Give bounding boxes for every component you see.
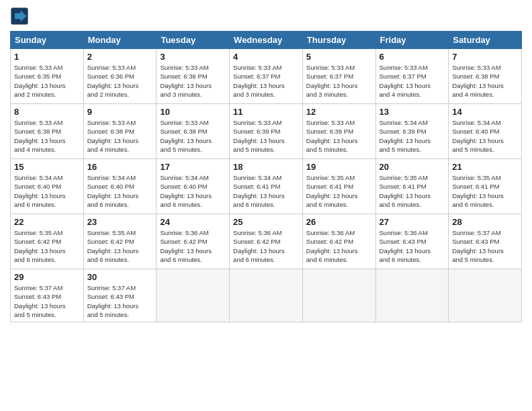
logo-icon (10, 7, 29, 26)
cell-line: Daylight: 13 hours (14, 81, 80, 90)
cell-line: Sunset: 6:35 PM (14, 72, 80, 81)
cell-line: Daylight: 13 hours (233, 81, 299, 90)
cell-line: Sunrise: 5:33 AM (380, 63, 445, 72)
cell-content: Sunrise: 5:35 AMSunset: 6:41 PMDaylight:… (380, 173, 445, 209)
cell-content: Sunrise: 5:33 AMSunset: 6:37 PMDaylight:… (306, 63, 372, 99)
calendar-cell: 15Sunrise: 5:34 AMSunset: 6:40 PMDayligh… (11, 159, 84, 214)
weekday-header-saturday: Saturday (449, 32, 522, 49)
week-row-4: 22Sunrise: 5:35 AMSunset: 6:42 PMDayligh… (11, 214, 522, 269)
calendar-cell: 9Sunrise: 5:33 AMSunset: 6:38 PMDaylight… (83, 104, 157, 159)
cell-line: Sunrise: 5:34 AM (380, 118, 445, 127)
cell-line: Daylight: 13 hours (380, 191, 445, 200)
cell-line: Daylight: 13 hours (14, 246, 80, 255)
calendar-cell: 21Sunrise: 5:35 AMSunset: 6:41 PMDayligh… (449, 159, 522, 214)
calendar-cell (230, 269, 303, 322)
cell-line: Daylight: 13 hours (14, 191, 80, 200)
cell-content: Sunrise: 5:35 AMSunset: 6:41 PMDaylight:… (306, 173, 372, 209)
calendar-cell (157, 269, 230, 322)
calendar-cell: 22Sunrise: 5:35 AMSunset: 6:42 PMDayligh… (11, 214, 84, 269)
day-number: 4 (233, 52, 299, 62)
cell-line: Sunset: 6:41 PM (233, 182, 299, 191)
cell-line: and 5 minutes. (87, 310, 153, 319)
day-number: 18 (233, 162, 299, 172)
cell-line: Sunset: 6:41 PM (380, 182, 445, 191)
cell-line: Daylight: 13 hours (160, 81, 226, 90)
cell-content: Sunrise: 5:34 AMSunset: 6:40 PMDaylight:… (452, 118, 518, 154)
cell-line: Sunrise: 5:33 AM (14, 63, 80, 72)
calendar-cell (375, 269, 449, 322)
cell-line: and 6 minutes. (14, 200, 80, 209)
cell-line: Daylight: 13 hours (87, 302, 153, 310)
cell-line: Sunrise: 5:33 AM (14, 118, 80, 127)
calendar-cell: 14Sunrise: 5:34 AMSunset: 6:40 PMDayligh… (449, 104, 522, 159)
calendar-cell: 26Sunrise: 5:36 AMSunset: 6:42 PMDayligh… (302, 214, 375, 269)
weekday-header-monday: Monday (83, 32, 157, 49)
day-number: 13 (380, 107, 445, 117)
cell-line: Sunrise: 5:33 AM (160, 118, 226, 127)
cell-line: and 6 minutes. (452, 200, 518, 209)
weekday-header-tuesday: Tuesday (157, 32, 230, 49)
cell-content: Sunrise: 5:33 AMSunset: 6:39 PMDaylight:… (306, 118, 372, 154)
day-number: 29 (14, 272, 80, 282)
cell-line: and 6 minutes. (160, 200, 226, 209)
cell-line: and 4 minutes. (14, 145, 80, 154)
day-number: 20 (380, 162, 445, 172)
cell-line: Sunrise: 5:33 AM (160, 63, 226, 72)
cell-line: Sunset: 6:37 PM (233, 72, 299, 81)
calendar-cell: 19Sunrise: 5:35 AMSunset: 6:41 PMDayligh… (302, 159, 375, 214)
week-row-1: 1Sunrise: 5:33 AMSunset: 6:35 PMDaylight… (11, 49, 522, 104)
cell-line: and 5 minutes. (452, 255, 518, 264)
cell-line: Sunrise: 5:34 AM (14, 173, 80, 182)
cell-line: Daylight: 13 hours (160, 191, 226, 200)
day-number: 3 (160, 52, 226, 62)
day-number: 7 (452, 52, 518, 62)
cell-line: and 2 minutes. (87, 90, 153, 99)
calendar-cell: 2Sunrise: 5:33 AMSunset: 6:36 PMDaylight… (83, 49, 157, 104)
cell-line: Sunset: 6:40 PM (87, 182, 153, 191)
day-number: 16 (87, 162, 153, 172)
weekday-header-sunday: Sunday (11, 32, 84, 49)
cell-line: Sunrise: 5:33 AM (306, 63, 372, 72)
cell-line: and 5 minutes. (233, 145, 299, 154)
cell-line: and 4 minutes. (87, 145, 153, 154)
cell-content: Sunrise: 5:35 AMSunset: 6:42 PMDaylight:… (87, 228, 153, 264)
cell-line: Sunrise: 5:36 AM (380, 228, 445, 237)
cell-line: and 5 minutes. (306, 145, 372, 154)
calendar-cell: 25Sunrise: 5:36 AMSunset: 6:42 PMDayligh… (230, 214, 303, 269)
calendar-cell: 24Sunrise: 5:36 AMSunset: 6:42 PMDayligh… (157, 214, 230, 269)
cell-content: Sunrise: 5:33 AMSunset: 6:37 PMDaylight:… (233, 63, 299, 99)
cell-line: Sunrise: 5:35 AM (306, 173, 372, 182)
cell-line: Sunset: 6:42 PM (87, 237, 153, 246)
cell-line: and 6 minutes. (233, 255, 299, 264)
cell-line: and 3 minutes. (160, 90, 226, 99)
cell-line: Daylight: 13 hours (233, 136, 299, 145)
cell-line: Sunrise: 5:34 AM (160, 173, 226, 182)
week-row-2: 8Sunrise: 5:33 AMSunset: 6:38 PMDaylight… (11, 104, 522, 159)
cell-line: and 5 minutes. (380, 145, 445, 154)
day-number: 6 (380, 52, 445, 62)
cell-content: Sunrise: 5:33 AMSunset: 6:36 PMDaylight:… (160, 63, 226, 99)
calendar-cell: 29Sunrise: 5:37 AMSunset: 6:43 PMDayligh… (11, 269, 84, 322)
calendar-cell: 28Sunrise: 5:37 AMSunset: 6:43 PMDayligh… (449, 214, 522, 269)
cell-line: and 4 minutes. (452, 90, 518, 99)
weekday-header-wednesday: Wednesday (230, 32, 303, 49)
calendar-cell: 5Sunrise: 5:33 AMSunset: 6:37 PMDaylight… (302, 49, 375, 104)
calendar-cell: 6Sunrise: 5:33 AMSunset: 6:37 PMDaylight… (375, 49, 449, 104)
day-number: 22 (14, 217, 80, 227)
calendar-cell: 7Sunrise: 5:33 AMSunset: 6:38 PMDaylight… (449, 49, 522, 104)
day-number: 28 (452, 217, 518, 227)
cell-line: and 6 minutes. (306, 255, 372, 264)
cell-line: Daylight: 13 hours (233, 246, 299, 255)
day-number: 30 (87, 272, 153, 282)
cell-line: Sunrise: 5:33 AM (306, 118, 372, 127)
cell-line: Sunrise: 5:35 AM (87, 228, 153, 237)
cell-line: and 2 minutes. (14, 90, 80, 99)
day-number: 12 (306, 107, 372, 117)
cell-line: Daylight: 13 hours (306, 191, 372, 200)
cell-line: Sunset: 6:40 PM (14, 182, 80, 191)
day-number: 26 (306, 217, 372, 227)
cell-line: Daylight: 13 hours (452, 246, 518, 255)
cell-line: and 6 minutes. (380, 255, 445, 264)
cell-content: Sunrise: 5:33 AMSunset: 6:38 PMDaylight:… (160, 118, 226, 154)
day-number: 10 (160, 107, 226, 117)
